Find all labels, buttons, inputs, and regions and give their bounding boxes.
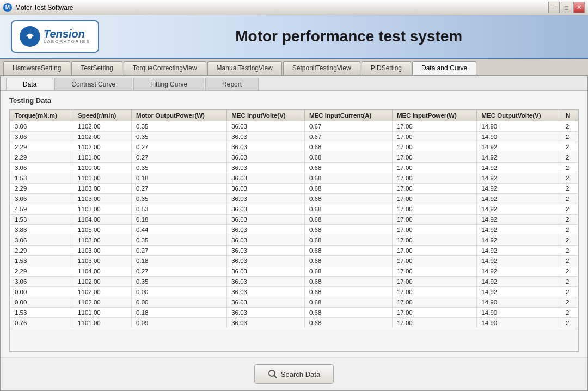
- cell-r0-c1: 1102.00: [74, 121, 132, 132]
- header-band: Tension LABORATORIES Motor performance t…: [0, 15, 588, 59]
- col-speed: Speed(r/min): [74, 110, 132, 121]
- cell-r13-c3: 36.03: [227, 256, 305, 266]
- table-row: 1.531101.000.1836.030.6817.0014.902: [10, 308, 578, 318]
- table-row: 2.291101.000.2736.030.6817.0014.922: [10, 152, 578, 163]
- cell-r10-c0: 3.83: [10, 225, 74, 235]
- svg-point-1: [28, 34, 32, 39]
- cell-r15-c0: 3.06: [10, 277, 74, 287]
- cell-r13-c4: 0.68: [304, 256, 392, 266]
- cell-r14-c6: 14.92: [477, 266, 561, 277]
- cell-r7-c4: 0.68: [304, 194, 392, 204]
- cell-r1-c1: 1102.00: [74, 132, 132, 142]
- tab-torquecorrectingview[interactable]: TorqueCorrectingView: [124, 61, 206, 75]
- cell-r7-c2: 0.35: [132, 194, 227, 204]
- cell-r15-c5: 17.00: [392, 277, 477, 287]
- search-data-button[interactable]: Search Data: [254, 364, 334, 384]
- col-motorpower: Motor OutputPower(W): [132, 110, 227, 121]
- table-scroll[interactable]: Torque(mN.m) Speed(r/min) Motor OutputPo…: [10, 109, 578, 351]
- cell-r5-c5: 17.00: [392, 173, 477, 184]
- cell-r3-c2: 0.27: [132, 152, 227, 163]
- cell-r13-c5: 17.00: [392, 256, 477, 266]
- tabs-bar: HardwareSetting TestSetting TorqueCorrec…: [0, 59, 588, 76]
- cell-r15-c4: 0.68: [304, 277, 392, 287]
- cell-r12-c7: 2: [561, 246, 578, 256]
- tab-dataandcurve[interactable]: Data and Curve: [412, 61, 476, 75]
- sub-tab-fitting[interactable]: Fitting Curve: [133, 78, 204, 90]
- cell-r10-c1: 1105.00: [74, 225, 132, 235]
- cell-r14-c2: 0.27: [132, 266, 227, 277]
- tab-setponittestingview[interactable]: SetponitTestingView: [283, 61, 360, 75]
- cell-r4-c4: 0.68: [304, 163, 392, 173]
- cell-r6-c2: 0.27: [132, 184, 227, 194]
- cell-r8-c0: 4.59: [10, 204, 74, 215]
- table-row: 3.061102.000.3536.030.6817.0014.922: [10, 277, 578, 287]
- cell-r7-c3: 36.03: [227, 194, 305, 204]
- cell-r10-c3: 36.03: [227, 225, 305, 235]
- cell-r1-c4: 0.67: [304, 132, 392, 142]
- cell-r7-c6: 14.92: [477, 194, 561, 204]
- col-mecinputcurrent: MEC InputCurrent(A): [304, 110, 392, 121]
- maximize-button[interactable]: □: [561, 2, 572, 13]
- cell-r8-c1: 1103.00: [74, 204, 132, 215]
- cell-r15-c1: 1102.00: [74, 277, 132, 287]
- cell-r5-c1: 1101.00: [74, 173, 132, 184]
- cell-r4-c0: 3.06: [10, 163, 74, 173]
- sub-tab-report[interactable]: Report: [205, 78, 259, 90]
- col-torque: Torque(mN.m): [10, 110, 74, 121]
- data-panel: Testing Data Torque(mN.m) Speed(r/min) M…: [1, 91, 587, 357]
- table-row: 0.761101.000.0936.030.6817.0014.902: [10, 318, 578, 328]
- cell-r1-c5: 17.00: [392, 132, 477, 142]
- cell-r3-c1: 1101.00: [74, 152, 132, 163]
- cell-r16-c1: 1102.00: [74, 287, 132, 297]
- cell-r17-c5: 17.00: [392, 297, 477, 308]
- sub-tab-data[interactable]: Data: [6, 78, 53, 90]
- cell-r12-c1: 1103.00: [74, 246, 132, 256]
- cell-r17-c3: 36.03: [227, 297, 305, 308]
- cell-r16-c5: 17.00: [392, 287, 477, 297]
- cell-r17-c1: 1102.00: [74, 297, 132, 308]
- cell-r6-c7: 2: [561, 184, 578, 194]
- table-row: 2.291103.000.2736.030.6817.0014.922: [10, 184, 578, 194]
- cell-r1-c2: 0.35: [132, 132, 227, 142]
- cell-r9-c6: 14.92: [477, 215, 561, 225]
- cell-r0-c5: 17.00: [392, 121, 477, 132]
- cell-r16-c7: 2: [561, 287, 578, 297]
- window-title: Motor Test Software: [15, 4, 74, 11]
- cell-r12-c5: 17.00: [392, 246, 477, 256]
- cell-r19-c2: 0.09: [132, 318, 227, 328]
- table-row: 2.291103.000.2736.030.6817.0014.922: [10, 246, 578, 256]
- cell-r8-c5: 17.00: [392, 204, 477, 215]
- cell-r2-c2: 0.27: [132, 142, 227, 152]
- cell-r14-c1: 1104.00: [74, 266, 132, 277]
- cell-r2-c1: 1102.00: [74, 142, 132, 152]
- sub-tabs-bar: Data Contrast Curve Fitting Curve Report: [1, 76, 587, 91]
- cell-r17-c0: 0.00: [10, 297, 74, 308]
- cell-r6-c0: 2.29: [10, 184, 74, 194]
- cell-r15-c6: 14.92: [477, 277, 561, 287]
- tab-testsetting[interactable]: TestSetting: [71, 61, 122, 75]
- sub-tab-contrast[interactable]: Contrast Curve: [54, 78, 132, 90]
- cell-r7-c1: 1103.00: [74, 194, 132, 204]
- window-controls[interactable]: ─ □ ✕: [548, 2, 585, 13]
- cell-r4-c2: 0.35: [132, 163, 227, 173]
- logo-text: Tension LABORATORIES: [44, 28, 90, 45]
- cell-r10-c6: 14.92: [477, 225, 561, 235]
- col-mecoutputvolte: MEC OutputVolte(V): [477, 110, 561, 121]
- tab-manualtestingview[interactable]: ManualTestingView: [207, 61, 282, 75]
- table-row: 0.001102.000.0036.030.6817.0014.902: [10, 297, 578, 308]
- cell-r5-c7: 2: [561, 173, 578, 184]
- cell-r3-c6: 14.92: [477, 152, 561, 163]
- cell-r1-c7: 2: [561, 132, 578, 142]
- tab-hardwaresetting[interactable]: HardwareSetting: [3, 61, 70, 75]
- cell-r15-c3: 36.03: [227, 277, 305, 287]
- minimize-button[interactable]: ─: [548, 2, 560, 13]
- tab-pidsetting[interactable]: PIDSetting: [362, 61, 411, 75]
- table-row: 3.061100.000.3536.030.6817.0014.922: [10, 163, 578, 173]
- cell-r14-c5: 17.00: [392, 266, 477, 277]
- close-button[interactable]: ✕: [573, 2, 585, 13]
- cell-r11-c2: 0.35: [132, 235, 227, 246]
- cell-r14-c0: 2.29: [10, 266, 74, 277]
- cell-r12-c2: 0.27: [132, 246, 227, 256]
- cell-r18-c4: 0.68: [304, 308, 392, 318]
- data-table: Torque(mN.m) Speed(r/min) Motor OutputPo…: [10, 109, 578, 328]
